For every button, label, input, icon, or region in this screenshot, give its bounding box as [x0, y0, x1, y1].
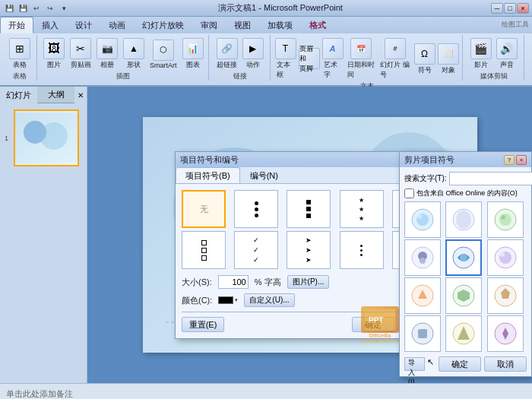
smartart-button[interactable]: ⬡ SmartArt	[148, 38, 179, 71]
redo-icon[interactable]: ↪	[44, 2, 56, 14]
symbol-button[interactable]: Ω 符号	[414, 42, 435, 77]
slide-area: 项目符号和编号 ? × 项目符号(B) 编号(N) 无	[87, 87, 532, 383]
slidenum-label: 幻灯片 编号	[380, 60, 410, 80]
table-button[interactable]: ⊞ 表格	[8, 36, 32, 71]
clipart-ok-button[interactable]: 确定	[439, 356, 481, 372]
slidenum-button[interactable]: # 幻灯片 编号	[378, 36, 411, 81]
movie-button[interactable]: 🎬 影片	[469, 36, 493, 71]
maximize-button[interactable]: □	[504, 3, 516, 14]
tab-numbered[interactable]: 编号(N)	[240, 167, 288, 183]
tab-slideshow[interactable]: 幻灯片放映	[134, 17, 192, 33]
clipart-item-10[interactable]	[404, 315, 441, 352]
window-controls: ─ □ ×	[491, 3, 529, 14]
ribbon-group-items-table: ⊞ 表格	[8, 36, 32, 71]
tab-design[interactable]: 设计	[67, 17, 100, 33]
import-button[interactable]: 导入(I)...	[404, 357, 425, 371]
cursor-icon[interactable]: ↖	[425, 356, 435, 367]
picture-icon: 🖼	[43, 38, 65, 59]
action-icon: ▶	[242, 38, 264, 59]
arrow-1: ➤	[306, 236, 312, 244]
bullet-dot-1	[255, 201, 258, 205]
bullet-checkmark[interactable]: ✓ ✓ ✓	[234, 231, 278, 269]
clipart-close-button[interactable]: ×	[516, 155, 527, 165]
tab-insert[interactable]: 插入	[33, 17, 67, 33]
tab-animation[interactable]: 动画	[100, 17, 134, 33]
ribbon-group-special: 特殊符号	[526, 35, 532, 81]
table-group-label: 表格	[13, 71, 27, 81]
wordart-icon: A	[322, 38, 344, 59]
tab-format[interactable]: 格式	[301, 17, 334, 33]
check-3: ✓	[253, 256, 259, 264]
include-checkbox[interactable]	[404, 188, 414, 198]
bullet-star[interactable]: ★ ★ ★	[340, 190, 384, 228]
bullet-empty-square[interactable]	[182, 231, 226, 269]
hyperlink-icon: 🔗	[217, 38, 238, 59]
clipart-cancel-button[interactable]: 取消	[484, 356, 527, 372]
hyperlink-button[interactable]: 🔗 超链接	[215, 36, 239, 71]
hyperlink-label: 超链接	[217, 60, 237, 70]
clipart-item-1[interactable]	[404, 201, 441, 238]
clipart-button[interactable]: ✂ 剪贴画	[68, 36, 93, 71]
clipart-help-button[interactable]: ?	[504, 155, 515, 165]
slide-thumbnail[interactable]	[14, 109, 79, 166]
reset-button[interactable]: 重置(E)	[182, 317, 224, 332]
clipart-item-11[interactable]	[445, 315, 482, 352]
bullet-none[interactable]: 无	[182, 190, 226, 228]
clipart-item-12[interactable]	[487, 315, 524, 352]
image-button[interactable]: 图片(P)...	[287, 275, 330, 289]
bullet-filled-circle[interactable]	[234, 190, 278, 228]
clipart-search-input[interactable]	[449, 172, 532, 185]
tab-home[interactable]: 开始	[0, 17, 33, 33]
clipart-item-4[interactable]	[404, 239, 441, 276]
shapes-icon: ▲	[123, 38, 144, 59]
save-icon[interactable]: 💾	[17, 2, 29, 14]
sm-dot-1	[360, 245, 363, 247]
clipart-item-8[interactable]	[445, 277, 482, 314]
tab-bullet[interactable]: 项目符号(B)	[176, 167, 240, 183]
notes-area[interactable]: 单击此处添加备注	[0, 383, 532, 399]
shapes-button[interactable]: ▲ 形状	[122, 36, 146, 71]
wordart-button[interactable]: A 艺术字	[322, 36, 344, 81]
slidenum-icon: #	[385, 38, 406, 59]
textbox-button[interactable]: T 文本框	[275, 36, 296, 81]
minimize-button[interactable]: ─	[491, 3, 503, 14]
ribbon-content: ⊞ 表格 表格 🖼 图片 ✂ 剪贴画 📷 相册	[0, 33, 532, 85]
object-button[interactable]: ⬜ 对象	[438, 42, 459, 77]
datetime-button[interactable]: 📅 日期和时间	[346, 36, 377, 81]
tab-review[interactable]: 审阅	[192, 17, 226, 33]
picture-button[interactable]: 🖼 图片	[42, 36, 66, 71]
bullet-small-dot[interactable]	[340, 231, 384, 269]
clipart-item-5[interactable]	[445, 239, 482, 276]
clipart-item-7[interactable]	[404, 277, 441, 314]
chart-button[interactable]: 📊 图表	[181, 36, 205, 71]
size-input[interactable]	[218, 275, 249, 289]
slide-thumb-inner	[14, 111, 79, 165]
clipart-grid	[404, 201, 527, 352]
undo-icon[interactable]: ↩	[30, 2, 43, 14]
tab-view[interactable]: 视图	[226, 17, 259, 33]
clipart-item-2[interactable]	[445, 201, 482, 238]
watermark-line2: officeba.com.cn	[362, 338, 399, 344]
datetime-label: 日期和时间	[347, 60, 375, 80]
custom-button[interactable]: 自定义(U)...	[244, 293, 294, 307]
sm-dot-2	[360, 249, 363, 252]
tab-addins[interactable]: 加载项	[259, 17, 301, 33]
tab-outline[interactable]: 大纲	[37, 87, 74, 103]
clipart-title: 剪片项目符号	[404, 154, 454, 166]
bullet-arrow-right[interactable]: ➤ ➤ ➤	[287, 231, 331, 269]
color-picker[interactable]: ▾	[218, 296, 238, 304]
album-button[interactable]: 📷 相册	[95, 36, 119, 71]
customize-icon[interactable]: ▾	[58, 2, 70, 14]
tab-slides[interactable]: 幻灯片	[0, 87, 37, 103]
header-button[interactable]: 页眉和页脚	[299, 46, 320, 71]
clipart-item-6[interactable]	[487, 239, 524, 276]
close-button[interactable]: ×	[517, 3, 529, 14]
left-panel: 幻灯片 大纲 ✕ 1	[0, 87, 87, 383]
panel-close-button[interactable]: ✕	[74, 87, 87, 103]
bullet-sq-2	[306, 207, 311, 211]
sound-button[interactable]: 🔊 声音	[495, 36, 519, 71]
action-button[interactable]: ▶ 动作	[241, 36, 265, 71]
bullet-filled-square[interactable]	[287, 190, 331, 228]
clipart-item-3[interactable]	[487, 201, 524, 238]
clipart-item-9[interactable]	[487, 277, 524, 314]
